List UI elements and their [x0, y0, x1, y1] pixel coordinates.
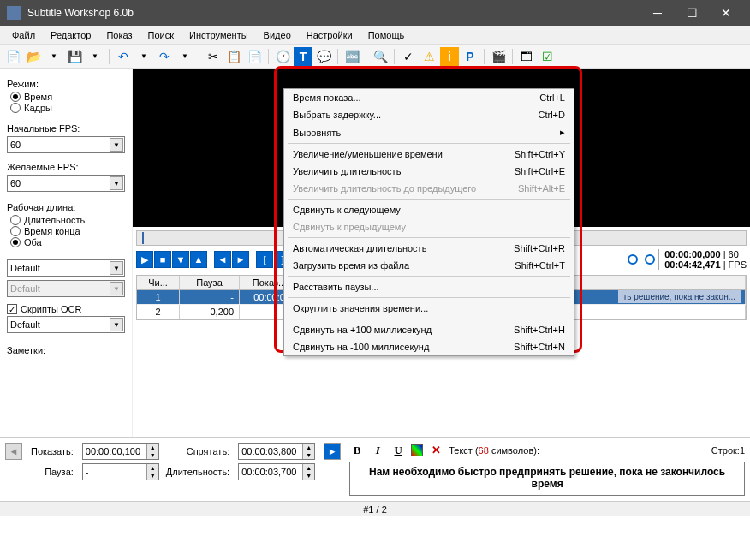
chevron-down-icon: ▼ [110, 282, 123, 295]
italic-button[interactable]: I [370, 443, 385, 458]
text-editor: B I U ✕ Текст (68 символов): Строк:1 Нам… [349, 443, 745, 496]
statusbar: #1 / 2 [0, 501, 750, 516]
menu-show[interactable]: Показ [99, 27, 139, 43]
menu-item[interactable]: Увеличение/уменьшение времениShift+Ctrl+… [284, 146, 574, 163]
menu-file[interactable]: Файл [5, 27, 42, 43]
marker-end-icon [645, 254, 655, 265]
color-button[interactable] [411, 444, 423, 456]
paste-icon[interactable]: 📄 [245, 47, 264, 66]
chevron-down-icon: ▼ [110, 318, 123, 331]
minimize-button[interactable]: ─ [640, 0, 675, 26]
menu-settings[interactable]: Настройки [300, 27, 360, 43]
window-title: Subtitle Workshop 6.0b [27, 7, 640, 19]
new-icon[interactable]: 📄 [3, 47, 22, 66]
pascal-icon[interactable]: P [461, 47, 479, 66]
mark-in-button[interactable]: [ [256, 251, 273, 268]
menu-item[interactable]: Увеличить длительностьShift+Ctrl+E [284, 163, 574, 180]
pause-input[interactable]: -▲▼ [82, 463, 159, 480]
menu-item[interactable]: Расставить паузы... [284, 278, 574, 295]
copy-icon[interactable]: 📋 [224, 47, 243, 66]
radio-duration[interactable]: Длительность [10, 215, 125, 225]
app-icon [7, 6, 21, 20]
window-icon[interactable]: 🗔 [517, 47, 536, 66]
menu-item[interactable]: Загрузить время из файлаShift+Ctrl+T [284, 257, 574, 274]
spellcheck-icon[interactable]: ✓ [399, 47, 418, 66]
fps-in-combo[interactable]: 60▼ [7, 136, 125, 153]
ocr-combo[interactable]: Default▼ [7, 316, 125, 333]
pause-label: Пауза: [31, 467, 75, 477]
radio-both[interactable]: Оба [10, 237, 125, 247]
menu-search[interactable]: Поиск [141, 27, 181, 43]
radio-endtime[interactable]: Время конца [10, 226, 125, 236]
redo-dropdown-icon[interactable]: ▼ [176, 47, 194, 66]
menu-item: Сдвинуть к предыдущему [284, 218, 574, 235]
clock-icon[interactable]: 🕐 [273, 47, 292, 66]
ocr-checkbox[interactable]: ✓Скрипты OCR [7, 304, 125, 314]
radio-frames[interactable]: Кадры [10, 103, 125, 113]
bold-button[interactable]: B [349, 443, 365, 458]
show-label: Показать: [31, 446, 75, 456]
next-button[interactable]: ► [232, 251, 249, 268]
dur-label: Длительность: [166, 467, 231, 477]
dur-input[interactable]: 00:00:03,700▲▼ [238, 463, 315, 480]
footer: ◄ Показать: 00:00:00,100▲▼ Спрятать: 00:… [0, 437, 750, 501]
checklist-icon[interactable]: ☑ [538, 47, 557, 66]
stop-button[interactable]: ■ [154, 251, 171, 268]
close-button[interactable]: ✕ [709, 0, 743, 26]
maximize-button[interactable]: ☐ [675, 0, 709, 26]
menu-video[interactable]: Видео [257, 27, 298, 43]
menu-item[interactable]: Выбрать задержку...Ctrl+D [284, 106, 574, 123]
prev-sub-button[interactable]: ◄ [5, 443, 22, 460]
play-button[interactable]: ▶ [136, 251, 153, 268]
balloon-icon[interactable]: 💬 [314, 47, 333, 66]
save-dropdown-icon[interactable]: ▼ [86, 47, 104, 66]
open-icon[interactable]: 📂 [24, 47, 43, 66]
prev-button[interactable]: ◄ [214, 251, 231, 268]
redo-icon[interactable]: ↷ [155, 47, 174, 66]
fps-out-label: Желаемые FPS: [7, 162, 125, 172]
menu-item[interactable]: Выровнять▸ [284, 123, 574, 141]
translate-icon[interactable]: 🔤 [342, 47, 361, 66]
menu-editor[interactable]: Редактор [44, 27, 98, 43]
step-up-button[interactable]: ▲ [190, 251, 207, 268]
radio-time[interactable]: Время [10, 92, 125, 102]
sidebar: Режим: Время Кадры Начальные FPS: 60▼ Же… [0, 69, 133, 437]
menu-tools[interactable]: Инструменты [182, 27, 255, 43]
menu-help[interactable]: Помощь [361, 27, 412, 43]
underline-button[interactable]: U [390, 443, 406, 458]
clear-format-button[interactable]: ✕ [428, 443, 443, 458]
marker-start-icon [628, 254, 638, 265]
cut-icon[interactable]: ✂ [204, 47, 223, 66]
text-icon[interactable]: T [294, 47, 312, 66]
chevron-down-icon: ▼ [110, 138, 123, 152]
notes-label: Заметки: [7, 345, 125, 355]
menu-item[interactable]: Сдвинуть на -100 миллисекундShift+Ctrl+N [284, 338, 574, 355]
subtitle-text-input[interactable]: Нам необходимо быстро предпринять решени… [349, 462, 745, 496]
worklen-label: Рабочая длина: [7, 202, 125, 212]
menu-item[interactable]: Сдвинуть к следующему [284, 201, 574, 218]
menu-item[interactable]: Автоматическая длительностьShift+Ctrl+R [284, 240, 574, 257]
hide-input[interactable]: 00:00:03,800▲▼ [238, 443, 315, 460]
show-input[interactable]: 00:00:00,100▲▼ [82, 443, 159, 460]
chevron-down-icon: ▼ [110, 176, 123, 190]
fps-in-label: Начальные FPS: [7, 123, 125, 134]
film-icon[interactable]: 🎬 [489, 47, 508, 66]
search-icon[interactable]: 🔍 [371, 47, 390, 66]
format-combo-1[interactable]: Default▼ [7, 259, 125, 277]
save-icon[interactable]: 💾 [65, 47, 84, 66]
step-down-button[interactable]: ▼ [172, 251, 189, 268]
menubar: Файл Редактор Показ Поиск Инструменты Ви… [0, 26, 750, 45]
fps-out-combo[interactable]: 60▼ [7, 175, 125, 192]
undo-icon[interactable]: ↶ [114, 47, 133, 66]
menu-item[interactable]: Время показа...Ctrl+L [284, 89, 574, 106]
info-icon[interactable]: i [440, 47, 459, 66]
time-display: 00:00:00,000 | 60 00:04:42,471 | FPS [628, 249, 747, 270]
next-sub-button[interactable]: ► [324, 443, 341, 460]
menu-item[interactable]: Округлить значения времени... [284, 300, 574, 317]
open-dropdown-icon[interactable]: ▼ [45, 47, 63, 66]
menu-item[interactable]: Сдвинуть на +100 миллисекундShift+Ctrl+H [284, 321, 574, 338]
warning-icon[interactable]: ⚠ [420, 47, 438, 66]
titlebar: Subtitle Workshop 6.0b ─ ☐ ✕ [0, 0, 750, 26]
hide-label: Спрятать: [166, 446, 231, 456]
undo-dropdown-icon[interactable]: ▼ [134, 47, 153, 66]
